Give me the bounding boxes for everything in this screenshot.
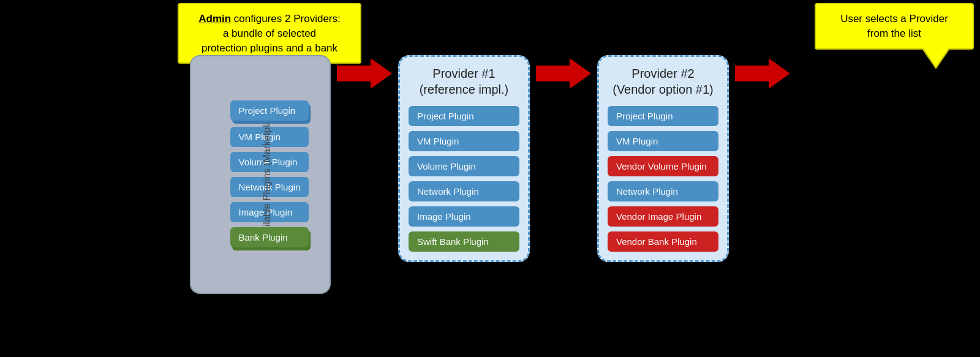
marketplace-box: Available Plugins (Marketplace) Project … — [190, 55, 331, 294]
list-item: Project Plugin — [230, 100, 309, 121]
provider-2-panel: Provider #2(Vendor option #1) Project Pl… — [597, 55, 729, 262]
list-item: Network Plugin — [608, 181, 718, 201]
list-item: Vendor Image Plugin — [608, 206, 718, 227]
callout-user: User selects a Providerfrom the list — [815, 3, 974, 50]
list-item: Network Plugin — [409, 181, 519, 201]
list-item: Swift Bank Plugin — [409, 231, 519, 252]
provider-2-plugins: Project Plugin VM Plugin Vendor Volume P… — [608, 106, 718, 252]
svg-marker-2 — [735, 58, 790, 89]
list-item: Image Plugin — [409, 206, 519, 227]
plugin-project: Project Plugin — [230, 100, 309, 121]
arrow-3 — [735, 55, 790, 92]
provider-1-plugins: Project Plugin VM Plugin Volume Plugin N… — [409, 106, 519, 252]
list-item: Project Plugin — [409, 106, 519, 126]
list-item: Volume Plugin — [409, 156, 519, 176]
list-item: VM Plugin — [608, 131, 718, 151]
provider-1-panel: Provider #1(reference impl.) Project Plu… — [398, 55, 530, 262]
list-item: VM Plugin — [409, 131, 519, 151]
diagram-container: Admin configures 2 Providers:a bundle of… — [0, 0, 980, 357]
provider-1-title: Provider #1(reference impl.) — [420, 66, 509, 97]
main-row: Available Plugins (Marketplace) Project … — [6, 12, 974, 345]
provider-2-title: Provider #2(Vendor option #1) — [612, 66, 714, 97]
callout-user-text: User selects a Providerfrom the list — [840, 13, 948, 39]
list-item: Bank Plugin — [230, 227, 309, 247]
plugin-bank: Bank Plugin — [230, 227, 309, 247]
callout-admin-label: Admin — [198, 13, 231, 24]
marketplace-label: Available Plugins (Marketplace) — [262, 106, 273, 243]
list-item: Project Plugin — [608, 106, 718, 126]
list-item: Vendor Bank Plugin — [608, 231, 718, 252]
list-item: Vendor Volume Plugin — [608, 156, 718, 176]
svg-marker-1 — [536, 58, 591, 89]
arrow-2 — [536, 55, 591, 92]
